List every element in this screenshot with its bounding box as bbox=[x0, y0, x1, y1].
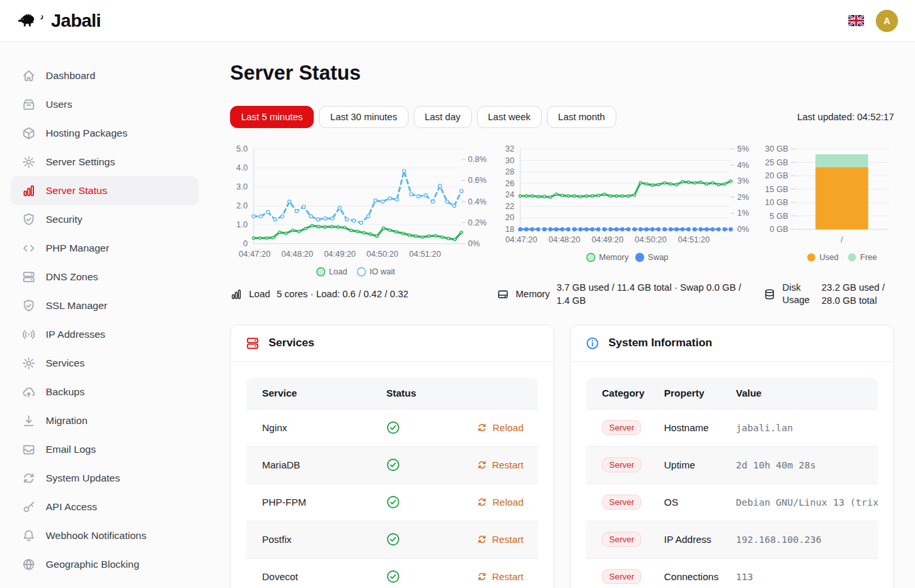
svg-text:/: / bbox=[840, 235, 843, 244]
svg-text:18: 18 bbox=[505, 225, 514, 234]
sidebar-item-api-access[interactable]: API Access bbox=[10, 493, 199, 521]
sidebar-item-services[interactable]: Services bbox=[10, 349, 199, 378]
status-ok-icon bbox=[386, 458, 400, 472]
service-row-nginx: NginxReload bbox=[246, 409, 538, 446]
filter-last-30-minutes[interactable]: Last 30 minutes bbox=[319, 106, 408, 128]
download-icon bbox=[22, 414, 36, 428]
property-value: 2d 10h 40m 28s bbox=[736, 460, 878, 470]
svg-text:0: 0 bbox=[243, 239, 248, 248]
refresh-icon bbox=[477, 460, 487, 470]
filter-last-5-minutes[interactable]: Last 5 minutes bbox=[230, 106, 314, 128]
filter-last-week[interactable]: Last week bbox=[477, 106, 542, 128]
sidebar-item-ip-addresses[interactable]: IP Addresses bbox=[10, 320, 199, 349]
sidebar-item-geographic-blocking[interactable]: Geographic Blocking bbox=[10, 550, 199, 579]
svg-text:0.8%: 0.8% bbox=[468, 155, 487, 164]
database-icon bbox=[763, 288, 776, 301]
svg-text:25 GB: 25 GB bbox=[765, 158, 788, 167]
sidebar-item-dashboard[interactable]: Dashboard bbox=[10, 61, 199, 90]
users-icon bbox=[22, 97, 36, 112]
sidebar-item-label: Users bbox=[46, 99, 72, 110]
broadcast-icon bbox=[22, 327, 36, 342]
memory-summary-label: Memory bbox=[516, 289, 550, 299]
brand-name: Jabali bbox=[51, 10, 101, 31]
property-name: OS bbox=[664, 497, 736, 508]
code-icon bbox=[22, 241, 36, 255]
filter-last-day[interactable]: Last day bbox=[414, 106, 472, 128]
service-action-label: Restart bbox=[492, 571, 524, 582]
sidebar-item-label: Email Logs bbox=[46, 444, 96, 455]
svg-text:28: 28 bbox=[505, 167, 514, 176]
svg-text:10 GB: 10 GB bbox=[765, 198, 788, 207]
svg-text:1.0: 1.0 bbox=[237, 220, 248, 229]
top-bar-right: A bbox=[848, 10, 898, 32]
sidebar-item-webhook-notifications[interactable]: Webhook Notifications bbox=[10, 521, 199, 550]
svg-text:0.2%: 0.2% bbox=[468, 218, 487, 227]
bar-chart-icon bbox=[230, 288, 242, 301]
sidebar-item-label: Geographic Blocking bbox=[46, 559, 139, 570]
sidebar-item-ssl-manager[interactable]: SSL Manager bbox=[10, 291, 199, 320]
service-row-postfix: PostfixRestart bbox=[246, 521, 538, 558]
column-header-value: Value bbox=[736, 387, 878, 399]
sidebar-item-label: IP Addresses bbox=[46, 329, 105, 340]
sidebar-item-label: SSL Manager bbox=[46, 300, 107, 312]
gear-icon bbox=[22, 155, 36, 169]
filter-last-month[interactable]: Last month bbox=[547, 106, 616, 128]
system-table-header: Category Property Value bbox=[586, 378, 878, 409]
sidebar-item-security[interactable]: Security bbox=[10, 205, 199, 234]
svg-text:04:48:20: 04:48:20 bbox=[281, 250, 313, 259]
property-name: Hostname bbox=[664, 422, 736, 433]
system-card-header: System Information bbox=[571, 325, 893, 362]
avatar[interactable]: A bbox=[876, 10, 898, 32]
service-name: Postfix bbox=[246, 534, 386, 545]
sidebar-item-system-updates[interactable]: System Updates bbox=[10, 464, 199, 493]
server-icon bbox=[22, 270, 36, 284]
sidebar-item-server-status[interactable]: Server Status bbox=[10, 176, 199, 205]
property-value: jabali.lan bbox=[736, 423, 878, 433]
service-action-restart-button[interactable]: Restart bbox=[477, 459, 538, 470]
sidebar-item-hosting-packages[interactable]: Hosting Packages bbox=[10, 119, 199, 148]
property-name: Uptime bbox=[664, 459, 736, 470]
svg-text:0.6%: 0.6% bbox=[468, 176, 487, 185]
service-action-label: Restart bbox=[492, 534, 524, 545]
sidebar-item-migration[interactable]: Migration bbox=[10, 406, 199, 435]
sidebar-item-label: Hosting Packages bbox=[46, 127, 127, 139]
svg-text:4%: 4% bbox=[737, 161, 749, 170]
sidebar-item-users[interactable]: Users bbox=[10, 90, 199, 119]
svg-text:30 GB: 30 GB bbox=[765, 144, 788, 154]
svg-text:0%: 0% bbox=[737, 225, 749, 234]
property-name: IP Address bbox=[664, 534, 736, 545]
service-action-restart-button[interactable]: Restart bbox=[477, 571, 538, 582]
globe-icon bbox=[22, 557, 36, 572]
system-row-connections: ServerConnections113 bbox=[586, 558, 878, 588]
service-action-reload-button[interactable]: Reload bbox=[477, 497, 538, 508]
time-filter-row: Last 5 minutesLast 30 minutesLast dayLas… bbox=[230, 106, 894, 128]
time-filters: Last 5 minutesLast 30 minutesLast dayLas… bbox=[230, 106, 622, 128]
services-table: Service StatusNginxReloadMariaDBRestartP… bbox=[246, 378, 538, 588]
svg-text:30: 30 bbox=[505, 156, 514, 165]
load-summary: Load 5 cores · Load: 0.6 / 0.42 / 0.32 bbox=[230, 281, 493, 308]
property-value: 113 bbox=[736, 572, 878, 582]
refresh-icon bbox=[22, 471, 36, 485]
sidebar-item-backups[interactable]: Backups bbox=[10, 378, 199, 406]
sidebar-item-dns-zones[interactable]: DNS Zones bbox=[10, 263, 199, 291]
cards-row: Services Service StatusNginxReloadMariaD… bbox=[230, 325, 894, 588]
last-updated-text: Last updated: 04:52:17 bbox=[797, 112, 894, 122]
sidebar-item-server-settings[interactable]: Server Settings bbox=[10, 148, 199, 176]
service-action-reload-button[interactable]: Reload bbox=[477, 422, 538, 433]
service-row-php-fpm: PHP-FPMReload bbox=[246, 483, 538, 521]
uk-flag-icon[interactable] bbox=[848, 15, 864, 26]
svg-text:3.0: 3.0 bbox=[237, 182, 248, 191]
charts-row: 01.02.03.04.05.00%0.2%0.4%0.6%0.8%04:47:… bbox=[230, 140, 894, 278]
sidebar-item-php-manager[interactable]: PHP Manager bbox=[10, 234, 199, 263]
sidebar-item-label: PHP Manager bbox=[46, 242, 109, 254]
service-name: Nginx bbox=[246, 422, 386, 433]
system-row-ip-address: ServerIP Address192.168.100.236 bbox=[586, 521, 878, 558]
sidebar-item-email-logs[interactable]: Email Logs bbox=[10, 435, 199, 464]
service-action-restart-button[interactable]: Restart bbox=[477, 534, 538, 545]
svg-text:0 GB: 0 GB bbox=[770, 225, 789, 234]
property-value: Debian GNU/Linux 13 (trixie) bbox=[736, 497, 878, 508]
svg-text:Load: Load bbox=[329, 267, 347, 276]
inbox-icon bbox=[22, 442, 36, 457]
hard-drive-icon bbox=[497, 288, 509, 301]
services-card-header: Services bbox=[231, 325, 554, 362]
